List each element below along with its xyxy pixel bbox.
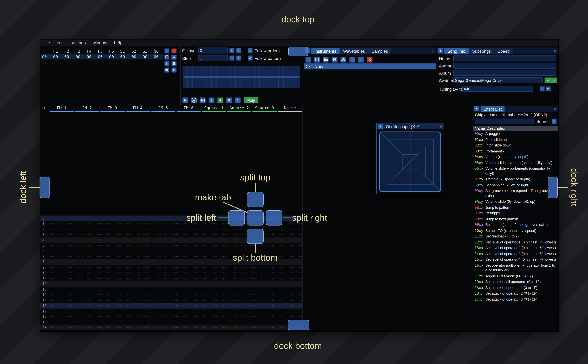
- split-target-right[interactable]: [266, 210, 282, 226]
- pattern-cell[interactable]: ··· ·· ·· ····: [201, 249, 226, 253]
- pattern-cell[interactable]: ··· ·· ·· ····: [201, 287, 226, 291]
- pattern-cell[interactable]: ··· ·· ·· ····: [226, 304, 252, 307]
- step-increase-button[interactable]: +: [236, 55, 241, 61]
- pattern-cell[interactable]: ··· ·· ·· ····: [176, 238, 201, 242]
- pattern-cell[interactable]: ··· ·· ·· ····: [125, 299, 150, 302]
- order-cell[interactable]: 00: [151, 55, 162, 59]
- pattern-cell[interactable]: ··· ·· ·· ····: [150, 249, 176, 253]
- instrument-list-item[interactable]: - None -: [304, 64, 436, 69]
- pattern-row-12[interactable]: 12··· ·· ·· ······· ·· ·· ······· ·· ·· …: [40, 281, 302, 286]
- assets-tab-samples[interactable]: Samples: [368, 48, 391, 54]
- orders-add-button[interactable]: +: [164, 48, 169, 53]
- add-button[interactable]: +: [305, 57, 311, 63]
- pattern-cell[interactable]: ··· ·· ·· ····: [125, 287, 150, 291]
- oscilloscope-close-icon[interactable]: ×: [437, 124, 444, 129]
- pattern-cell[interactable]: ··· ·· ·· ····: [252, 287, 277, 291]
- assets-tab-wavetables[interactable]: Wavetables: [340, 48, 368, 54]
- pattern-cell[interactable]: ··· ·· ·· ····: [74, 304, 99, 307]
- pattern-row-21[interactable]: 21··· ·· ·· ······· ·· ·· ······· ·· ·· …: [40, 330, 302, 331]
- pattern-cell[interactable]: ··· ·· ·· ····: [176, 260, 201, 264]
- pattern-cell[interactable]: ··· ·· ·· ····: [252, 249, 277, 253]
- pattern-cell[interactable]: ··· ·· ·· ····: [99, 238, 125, 242]
- effect-row-0Cxx[interactable]: 0CxxRetrigger: [473, 210, 558, 216]
- effect-row-1Cxx[interactable]: 1CxxSet attack of operator 3 (0 to 1F): [473, 296, 558, 302]
- effect-row-15xx[interactable]: 15xxSet level of operator 4 (0 highest, …: [473, 257, 558, 262]
- poly-button[interactable]: Poly: [244, 97, 258, 103]
- pattern-cell[interactable]: ··· ·· ·· ····: [99, 326, 125, 329]
- pattern-cell[interactable]: ··· ·· ·· ····: [74, 244, 99, 247]
- oscilloscope-window[interactable]: ▼ Oscilloscope (X-Y) ×: [376, 123, 444, 194]
- tuning-decrease-button[interactable]: -: [540, 86, 545, 91]
- pattern-cell[interactable]: ··· ·· ·· ····: [150, 216, 176, 220]
- pattern-cell[interactable]: ··· ·· ·· ····: [74, 282, 99, 286]
- channel-header-fm-6[interactable]: FM 6: [176, 106, 201, 112]
- pattern-cell[interactable]: ··· ·· ·· ····: [150, 315, 176, 318]
- piano-lower-octave[interactable]: [183, 78, 300, 88]
- pattern-cell[interactable]: ··· ·· ·· ····: [125, 233, 150, 236]
- pattern-cell[interactable]: ··· ·· ·· ····: [252, 304, 277, 307]
- orders-duplicate-button[interactable]: ❐: [164, 55, 169, 60]
- pattern-cell[interactable]: ··· ·· ·· ····: [226, 249, 252, 253]
- pattern-cell[interactable]: ··· ·· ·· ····: [150, 260, 176, 264]
- orders-move-down-button[interactable]: ∨: [164, 61, 169, 66]
- pattern-cell[interactable]: ··· ·· ·· ····: [74, 233, 99, 236]
- pattern-cell[interactable]: ··· ·· ·· ····: [226, 244, 252, 247]
- pattern-cell[interactable]: ··· ·· ·· ····: [150, 320, 176, 324]
- pattern-row-18[interactable]: 18··· ·· ·· ······· ·· ·· ······· ·· ·· …: [40, 314, 302, 319]
- order-cell[interactable]: 00: [128, 55, 139, 59]
- song-tab-list-icon[interactable]: ▾: [438, 48, 443, 53]
- pattern-cell[interactable]: ··· ·· ·· ····: [74, 326, 99, 329]
- pattern-cell[interactable]: ··· ·· ·· ····: [99, 277, 125, 280]
- order-cell[interactable]: 00: [61, 55, 72, 59]
- pattern-cell[interactable]: ··· ·· ·· ····: [226, 287, 252, 291]
- song-album-input[interactable]: [453, 70, 556, 76]
- step-decrease-button[interactable]: -: [229, 55, 234, 61]
- effect-row-12xx[interactable]: 12xxSet level of operator 1 (0 highest, …: [473, 239, 558, 245]
- effect-row-0Dxx[interactable]: 0DxxJump to next pattern: [473, 216, 558, 222]
- pattern-cell[interactable]: ··· ·· ·· ····: [252, 282, 277, 286]
- tuning-increase-button[interactable]: +: [546, 86, 551, 91]
- song-close-icon[interactable]: ×: [552, 48, 558, 54]
- pattern-cell[interactable]: ··· ·· ·· ····: [277, 277, 303, 280]
- pattern-cell[interactable]: ··· ·· ·· ····: [99, 244, 125, 247]
- pattern-cell[interactable]: ··· ·· ·· ····: [125, 266, 150, 269]
- pattern-cell[interactable]: ··· ·· ·· ····: [150, 222, 176, 226]
- effect-row-1Bxx[interactable]: 1BxxSet attack of operator 2 (0 to 1F): [473, 291, 558, 296]
- pattern-cell[interactable]: ··· ·· ·· ····: [252, 299, 277, 302]
- follow-pattern-checkbox[interactable]: ✓: [248, 55, 253, 61]
- order-cell[interactable]: 00: [50, 55, 61, 59]
- pattern-cell[interactable]: ··· ·· ·· ····: [277, 282, 303, 286]
- song-tab-song-info[interactable]: Song Info: [444, 48, 469, 54]
- orders-duplicate-to-end-button[interactable]: ⇊: [171, 61, 177, 66]
- pattern-cell[interactable]: ··· ·· ·· ····: [150, 304, 176, 307]
- pattern-cell[interactable]: ··· ·· ·· ····: [226, 320, 252, 324]
- record-button[interactable]: ●: [217, 97, 223, 103]
- pattern-cell[interactable]: ··· ·· ·· ····: [176, 282, 201, 286]
- pattern-cell[interactable]: ··· ·· ·· ····: [176, 293, 201, 297]
- pattern-cell[interactable]: ··· ·· ·· ····: [74, 255, 99, 258]
- split-target-left[interactable]: [228, 210, 245, 226]
- pattern-cell[interactable]: ··· ·· ·· ····: [252, 244, 277, 247]
- pattern-row-13[interactable]: 13··· ·· ·· ······· ·· ·· ······· ·· ·· …: [40, 286, 302, 292]
- pattern-cell[interactable]: ··· ·· ·· ····: [99, 287, 125, 291]
- effect-row-0Fxx[interactable]: 0FxxSet speed (speed 2 if no grooves exi…: [473, 222, 558, 228]
- pattern-cell[interactable]: ··· ·· ·· ····: [277, 233, 303, 236]
- pattern-cell[interactable]: ··· ·· ·· ····: [125, 277, 150, 280]
- channel-header-fm-4[interactable]: FM 4: [125, 106, 150, 112]
- cursor-down-button[interactable]: ↓: [209, 97, 215, 103]
- pattern-cell[interactable]: ··· ·· ·· ····: [201, 309, 226, 313]
- pattern-cell[interactable]: ··· ·· ·· ····: [74, 266, 99, 269]
- pattern-cell[interactable]: ··· ·· ·· ····: [125, 309, 150, 313]
- pattern-cell[interactable]: ··· ·· ·· ····: [49, 216, 74, 220]
- pattern-cell[interactable]: ··· ·· ·· ····: [226, 326, 252, 329]
- effect-row-13xx[interactable]: 13xxSet level of operator 2 (0 highest, …: [473, 245, 558, 251]
- effect-row-00xy[interactable]: 00xyArpeggio: [473, 131, 558, 137]
- pattern-cell[interactable]: ··· ·· ·· ····: [74, 277, 99, 280]
- pattern-row-19[interactable]: 19··· ·· ·· ······· ·· ·· ······· ·· ·· …: [40, 319, 302, 325]
- make-tab-target[interactable]: [247, 210, 264, 226]
- pattern-cell[interactable]: ··· ·· ·· ····: [74, 238, 99, 242]
- dock-target-left[interactable]: [40, 177, 50, 198]
- menu-help[interactable]: help: [114, 40, 122, 45]
- pattern-cell[interactable]: ··· ·· ·· ····: [150, 233, 176, 236]
- pattern-cell[interactable]: ··· ·· ·· ····: [150, 227, 176, 231]
